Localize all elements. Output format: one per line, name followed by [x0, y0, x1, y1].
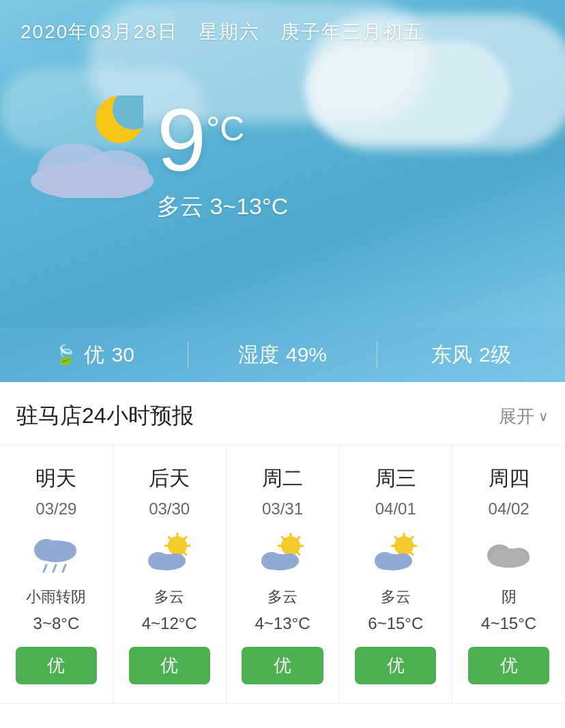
svg-line-30 [297, 537, 300, 540]
svg-line-41 [410, 537, 413, 540]
overcast-icon [484, 532, 534, 573]
date-text: 2020年03月28日 [20, 19, 178, 45]
forecast-day-2: 后天 03/30 多云 4~12°C [113, 446, 227, 703]
svg-line-18 [184, 552, 186, 555]
temperature-area: 9°C 多云 3~13°C [157, 96, 288, 222]
day-4-temp: 6~15°C [368, 614, 423, 633]
day-2-desc: 多云 [154, 587, 184, 607]
day-2-date: 03/30 [149, 499, 190, 519]
forecast-day-4: 周三 04/01 多云 6~15°C [339, 446, 452, 703]
wind-stat: 东风 2级 [377, 341, 565, 369]
day-1-icon [31, 532, 81, 573]
day-4-icon [371, 532, 420, 573]
day-5-quality: 优 [468, 647, 549, 684]
forecast-header: 驻马店24小时预报 展开 ∨ [0, 382, 565, 446]
day-4-desc: 多云 [381, 587, 411, 607]
svg-line-10 [53, 565, 56, 572]
humidity-label: 湿度 [238, 341, 279, 369]
svg-line-19 [184, 537, 186, 540]
day-5-icon [484, 532, 534, 573]
expand-label: 展开 [499, 405, 534, 428]
expand-button[interactable]: 展开 ∨ [499, 405, 549, 428]
day-2-temp: 4~12°C [142, 614, 197, 633]
humidity-stat: 湿度 49% [188, 341, 376, 369]
svg-point-21 [148, 552, 169, 570]
svg-point-8 [55, 542, 76, 559]
day-2-name: 后天 [149, 465, 190, 493]
svg-line-40 [410, 552, 413, 555]
svg-line-39 [395, 537, 398, 540]
forecast-day-5: 周四 04/02 阴 4~15°C 优 [452, 446, 565, 703]
weekday-text: 星期六 [199, 19, 260, 45]
date-row: 2020年03月28日 星期六 庚子年三月初五 [20, 19, 424, 45]
forecast-grid: 明天 03/29 小雨转阴 3~8°C 优 后天 03/30 [0, 446, 565, 704]
air-quality-stat: 🍃 优 30 [0, 341, 188, 369]
svg-point-33 [280, 553, 299, 568]
day-2-quality: 优 [129, 647, 210, 684]
stats-row: 🍃 优 30 湿度 49% 东风 2级 [0, 327, 565, 382]
svg-point-44 [393, 553, 412, 568]
day-3-name: 周二 [262, 465, 303, 493]
quality-label: 优 [84, 341, 104, 369]
svg-line-11 [63, 565, 66, 572]
day-1-temp: 3~8°C [33, 614, 80, 633]
day-1-quality: 优 [16, 647, 97, 684]
forecast-section: 驻马店24小时预报 展开 ∨ 明天 03/29 小雨转阴 3 [0, 382, 565, 704]
cloud-icon [27, 130, 157, 198]
day-4-date: 04/01 [375, 499, 416, 519]
day-4-name: 周三 [375, 465, 416, 493]
temperature-description: 多云 3~13°C [157, 191, 288, 222]
day-3-icon [258, 532, 307, 573]
temperature-value: 9°C [157, 96, 288, 184]
chevron-down-icon: ∨ [538, 408, 549, 424]
svg-point-43 [375, 552, 395, 570]
day-1-name: 明天 [35, 465, 76, 493]
day-1-desc: 小雨转阴 [26, 587, 86, 607]
svg-point-22 [166, 553, 186, 568]
partly-sunny-icon-4 [371, 532, 420, 573]
day-3-date: 03/31 [262, 499, 303, 519]
partly-sunny-icon-2 [145, 532, 194, 573]
day-3-desc: 多云 [267, 587, 298, 607]
svg-line-29 [297, 552, 300, 555]
weather-header: 2020年03月28日 星期六 庚子年三月初五 9°C 多云 3~13°C [0, 0, 565, 382]
day-1-date: 03/29 [35, 499, 76, 519]
rainy-cloud-icon [31, 532, 81, 573]
day-5-name: 周四 [489, 465, 530, 493]
day-5-temp: 4~15°C [481, 614, 536, 633]
forecast-title: 驻马店24小时预报 [16, 401, 194, 431]
leaf-icon: 🍃 [53, 344, 77, 366]
quality-value: 30 [111, 343, 134, 366]
svg-line-17 [169, 537, 171, 540]
current-weather-icon [27, 89, 177, 225]
day-3-quality: 优 [242, 647, 323, 684]
forecast-day-1: 明天 03/29 小雨转阴 3~8°C 优 [0, 446, 113, 703]
day-3-temp: 4~13°C [255, 614, 310, 633]
day-5-desc: 阴 [502, 587, 517, 607]
wind-value: 2级 [479, 341, 511, 369]
svg-line-9 [44, 565, 46, 572]
svg-point-32 [261, 552, 282, 570]
svg-point-48 [489, 549, 530, 568]
lunar-text: 庚子年三月初五 [280, 19, 424, 45]
partly-sunny-icon-3 [258, 532, 307, 573]
day-2-icon [145, 532, 194, 573]
wind-label: 东风 [431, 341, 472, 369]
humidity-value: 49% [286, 343, 327, 366]
svg-line-28 [282, 537, 285, 540]
forecast-day-3: 周二 03/31 多云 4~13°C [227, 446, 340, 703]
day-4-quality: 优 [355, 647, 436, 684]
day-5-date: 04/02 [489, 499, 530, 519]
